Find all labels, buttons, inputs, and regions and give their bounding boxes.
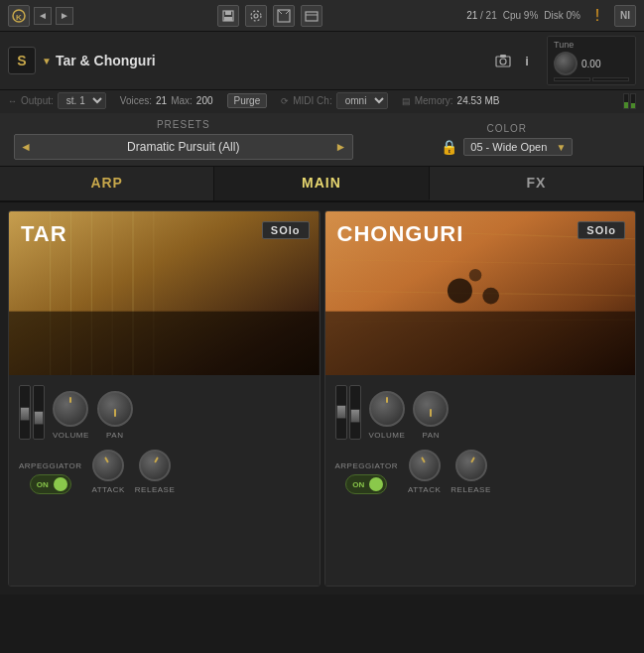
disk-stat: Disk 0% — [544, 10, 580, 21]
svg-point-29 — [482, 288, 499, 305]
preset-selector: ◄ Dramatic Pursuit (All) ► — [14, 134, 353, 160]
output-group: ↔ Output: st. 1 — [8, 92, 106, 109]
tab-fx[interactable]: FX — [430, 167, 644, 200]
chonguri-volume-knob[interactable] — [369, 391, 405, 427]
resize-btn[interactable] — [273, 5, 295, 27]
tab-main[interactable]: MAIN — [214, 167, 429, 200]
settings-btn[interactable] — [245, 5, 267, 27]
chonguri-arp-group: ARPEGGIATOR ON — [335, 461, 398, 494]
tar-solo-button[interactable]: SOlo — [262, 221, 310, 239]
tar-arp-label: ARPEGGIATOR — [19, 461, 81, 470]
chonguri-fader-group — [335, 385, 361, 440]
tar-volume-group: VOLUME — [53, 391, 89, 440]
chonguri-toggle-label: ON — [352, 480, 364, 489]
tar-toggle-label: ON — [37, 480, 49, 489]
tune-label: Tune — [554, 40, 629, 50]
camera-btn[interactable] — [493, 51, 513, 70]
top-bar-left: K ◄ ► — [8, 5, 73, 27]
top-bar-right: 21 / 21 Cpu 9% Disk 0% ! NI — [466, 5, 636, 27]
svg-point-6 — [251, 11, 261, 21]
window-btn[interactable] — [301, 5, 322, 27]
kontakt-logo-btn[interactable]: K — [8, 5, 30, 27]
tar-attack-group: ATTACK — [91, 450, 124, 494]
chonguri-arp-row: ARPEGGIATOR ON ATTACK RELEASE — [335, 450, 626, 494]
chonguri-fader-left[interactable] — [335, 385, 347, 440]
plugin-name: Tar & Chonguri — [56, 53, 156, 68]
tar-release-knob[interactable] — [139, 450, 171, 481]
chonguri-attack-knob[interactable] — [409, 450, 441, 481]
tar-fader-left[interactable] — [19, 385, 31, 440]
next-arrow-btn[interactable]: ► — [56, 7, 73, 25]
chonguri-arp-toggle[interactable]: ON — [345, 474, 387, 494]
tar-pan-label: PAN — [106, 431, 123, 440]
plugin-header: S ▼ Tar & Chonguri i Tune — [0, 32, 644, 113]
midi-select[interactable]: omni — [336, 92, 388, 109]
prev-arrow-btn[interactable]: ◄ — [34, 7, 52, 25]
preset-name: Dramatic Pursuit (All) — [37, 140, 330, 154]
ni-logo-btn[interactable]: NI — [614, 5, 636, 27]
chonguri-fader-right[interactable] — [349, 385, 361, 440]
color-dropdown[interactable]: 05 - Wide Open ▼ — [463, 138, 573, 156]
plugin-top-section: S ▼ Tar & Chonguri i Tune — [0, 32, 644, 90]
output-label: Output: — [21, 95, 54, 106]
svg-point-28 — [447, 278, 471, 303]
tar-release-group: RELEASE — [135, 450, 175, 494]
chonguri-volume-label: VOLUME — [369, 431, 406, 440]
tar-volume-knob[interactable] — [53, 391, 88, 427]
svg-rect-3 — [225, 11, 231, 15]
presets-row: PRESETS ◄ Dramatic Pursuit (All) ► COLOR… — [0, 113, 644, 167]
alert-btn[interactable]: ! — [586, 5, 608, 27]
chonguri-name: CHONGURI — [337, 221, 464, 247]
cpu-stat: Cpu 9% — [503, 10, 539, 21]
purge-button[interactable]: Purge — [227, 93, 268, 108]
tar-fader-right[interactable] — [33, 385, 45, 440]
lock-icon[interactable]: 🔒 — [441, 139, 457, 155]
preset-prev-btn[interactable]: ◄ — [15, 135, 37, 159]
tab-arp[interactable]: ARP — [0, 167, 214, 200]
svg-line-9 — [286, 10, 290, 14]
tar-pan-group: PAN — [97, 391, 133, 440]
tar-arp-group: ARPEGGIATOR ON — [19, 461, 81, 494]
tar-attack-label: ATTACK — [91, 485, 124, 494]
tune-knob[interactable] — [554, 52, 578, 75]
chonguri-attack-group: ATTACK — [408, 450, 441, 494]
tar-controls: VOLUME PAN ARPEGGIATOR ON — [9, 375, 320, 586]
preset-next-btn[interactable]: ► — [330, 135, 352, 159]
memory-val: 24.53 MB — [457, 95, 500, 106]
max-label: Max: — [171, 95, 193, 106]
dropdown-arrow-icon: ▼ — [556, 142, 566, 153]
chonguri-toggle-thumb — [369, 477, 383, 491]
svg-rect-10 — [306, 12, 318, 21]
chonguri-pan-label: PAN — [423, 431, 440, 440]
chonguri-pan-knob[interactable] — [413, 391, 449, 427]
chonguri-release-knob[interactable] — [455, 450, 487, 481]
tar-fader-group — [19, 385, 45, 440]
chonguri-arp-label: ARPEGGIATOR — [335, 461, 398, 470]
presets-label: PRESETS — [157, 119, 210, 130]
plugin-right: i — [493, 51, 537, 70]
voices-val: 21 — [156, 95, 167, 106]
plugin-logo: S — [8, 47, 36, 74]
save-btn[interactable] — [217, 5, 239, 27]
tar-attack-knob[interactable] — [92, 450, 124, 481]
chonguri-image: CHONGURI SOlo — [325, 211, 636, 375]
tune-value: 0.00 — [581, 59, 600, 69]
chonguri-solo-button[interactable]: SOlo — [578, 221, 625, 239]
tar-name: TAR — [21, 221, 67, 247]
presets-section: PRESETS ◄ Dramatic Pursuit (All) ► — [14, 119, 353, 160]
chonguri-pan-group: PAN — [413, 391, 449, 440]
chonguri-attack-label: ATTACK — [408, 485, 441, 494]
tabs-row: ARP MAIN FX — [0, 167, 644, 202]
output-select[interactable]: st. 1 — [58, 92, 106, 109]
svg-rect-22 — [9, 312, 320, 375]
chonguri-release-label: RELEASE — [451, 485, 490, 494]
tar-arp-toggle[interactable]: ON — [30, 474, 71, 494]
memory-label: Memory: — [415, 95, 453, 106]
info-btn[interactable]: i — [517, 51, 537, 70]
svg-rect-31 — [325, 312, 636, 375]
main-content: TAR SOlo VOLUME — [0, 202, 644, 594]
tar-release-label: RELEASE — [135, 485, 175, 494]
color-section: COLOR 🔒 05 - Wide Open ▼ — [384, 123, 630, 156]
tar-arp-row: ARPEGGIATOR ON ATTACK RELEASE — [19, 450, 310, 494]
tar-pan-knob[interactable] — [97, 391, 133, 427]
